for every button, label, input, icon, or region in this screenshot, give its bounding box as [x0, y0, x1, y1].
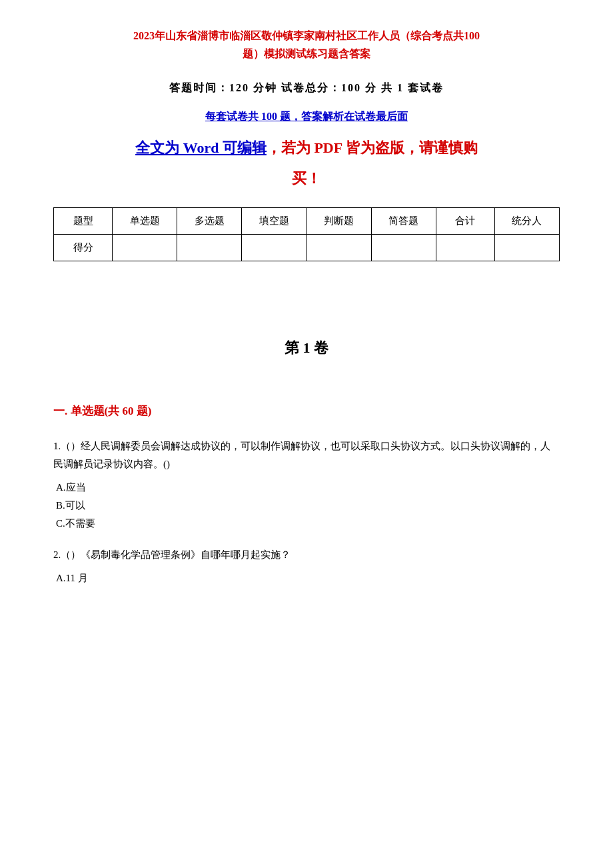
table-cell: 单选题: [113, 208, 177, 235]
table-cell: 简答题: [371, 208, 436, 235]
question-1-option-c: C.不需要: [56, 515, 560, 533]
table-cell: [436, 235, 494, 261]
buy-line: 买！: [53, 165, 560, 192]
table-cell: 填空题: [242, 208, 306, 235]
table-cell: 得分: [54, 235, 113, 261]
section-title: 一. 单选题(共 60 题): [53, 401, 560, 422]
page-title: 2023年山东省淄博市临淄区敬仲镇李家南村社区工作人员（综合考点共100 题）模…: [53, 27, 560, 63]
exam-info: 答题时间：120 分钟 试卷总分：100 分 共 1 套试卷: [53, 79, 560, 98]
table-cell: 合计: [436, 208, 494, 235]
word-edit-suffix: ，若为 PDF 皆为盗版，请谨慎购: [267, 139, 478, 156]
table-cell: [242, 235, 306, 261]
word-edit-prefix: 全文为 Word 可编辑: [135, 139, 267, 156]
table-cell: 统分人: [494, 208, 559, 235]
section-divider: [53, 281, 560, 335]
table-cell: 题型: [54, 208, 113, 235]
question-1-option-b: B.可以: [56, 497, 560, 515]
highlight-line: 每套试卷共 100 题，答案解析在试卷最后面: [53, 107, 560, 127]
question-2: 2.（）《易制毒化学品管理条例》自哪年哪月起实施？ A.11 月: [53, 546, 560, 587]
table-score-row: 得分: [54, 235, 560, 261]
table-cell: [177, 235, 242, 261]
volume-title: 第 1 卷: [53, 335, 560, 361]
question-1-text: 1.（）经人民调解委员会调解达成协议的，可以制作调解协议，也可以采取口头协议方式…: [53, 437, 560, 473]
table-cell: [306, 235, 371, 261]
question-1: 1.（）经人民调解委员会调解达成协议的，可以制作调解协议，也可以采取口头协议方式…: [53, 437, 560, 533]
question-2-option-a: A.11 月: [56, 569, 560, 587]
word-edit-line: 全文为 Word 可编辑，若为 PDF 皆为盗版，请谨慎购: [53, 135, 560, 161]
table-cell: 判断题: [306, 208, 371, 235]
score-table: 题型 单选题 多选题 填空题 判断题 简答题 合计 统分人 得分: [53, 207, 560, 261]
table-cell: [371, 235, 436, 261]
table-cell: [113, 235, 177, 261]
question-1-option-a: A.应当: [56, 479, 560, 497]
question-2-text: 2.（）《易制毒化学品管理条例》自哪年哪月起实施？: [53, 546, 560, 564]
table-cell: 多选题: [177, 208, 242, 235]
table-cell: [494, 235, 559, 261]
table-header-row: 题型 单选题 多选题 填空题 判断题 简答题 合计 统分人: [54, 208, 560, 235]
